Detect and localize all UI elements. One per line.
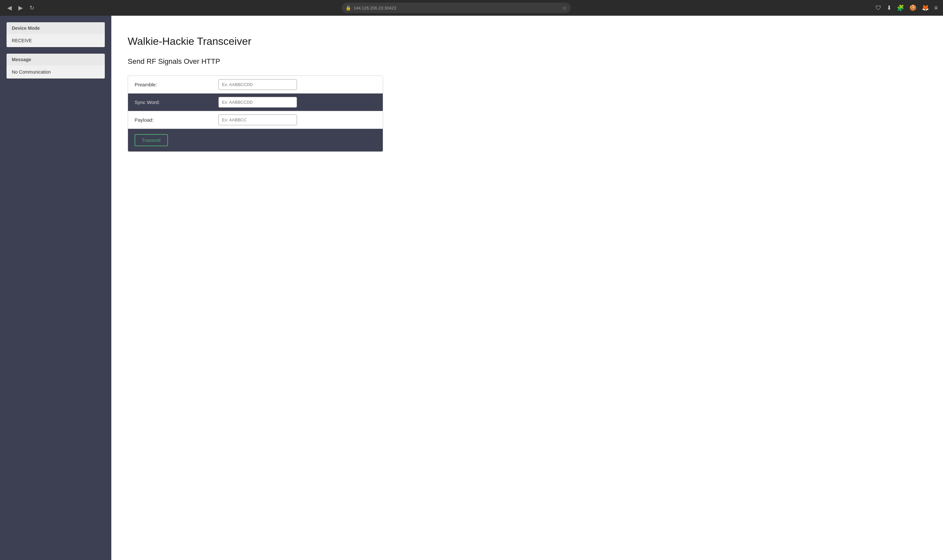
extension1-icon[interactable]: 🧩 <box>897 4 904 11</box>
preamble-input[interactable] <box>218 79 297 90</box>
message-section: Message No Communication <box>6 54 105 78</box>
sidebar: Device Mode RECEIVE Message No Communica… <box>0 16 111 560</box>
browser-chrome: ◀ ▶ ↻ 🔒 144.126.206.23:30423 ☆ 🛡 ⬇ 🧩 🍪 🦊… <box>0 0 943 16</box>
preamble-input-cell <box>213 76 383 93</box>
payload-row: Payload: <box>128 111 383 129</box>
payload-input-cell <box>213 111 383 129</box>
sync-word-input-cell <box>213 94 383 111</box>
lock-icon: 🔒 <box>346 5 351 11</box>
device-mode-section: Device Mode RECEIVE <box>6 22 105 47</box>
device-mode-label: Device Mode <box>6 22 105 34</box>
device-mode-value: RECEIVE <box>6 34 105 47</box>
message-value: No Communication <box>6 65 105 78</box>
page-subtitle: Send RF Signals Over HTTP <box>128 57 927 66</box>
message-label: Message <box>6 54 105 65</box>
address-text: 144.126.206.23:30423 <box>353 6 560 11</box>
forward-button[interactable]: ▶ <box>16 3 25 13</box>
transmit-form: Preamble: Sync Word: Payload: <box>128 75 383 152</box>
sync-word-row: Sync Word: <box>128 94 383 111</box>
sync-word-input[interactable] <box>218 97 297 108</box>
menu-icon[interactable]: ≡ <box>934 5 938 11</box>
main-content: Walkie-Hackie Transceiver Send RF Signal… <box>111 16 943 560</box>
transmit-row: Transmit <box>128 129 383 151</box>
address-bar[interactable]: 🔒 144.126.206.23:30423 ☆ <box>341 3 571 13</box>
extension2-icon[interactable]: 🍪 <box>909 4 917 11</box>
toolbar-icons: 🛡 ⬇ 🧩 🍪 🦊 ≡ <box>875 4 938 11</box>
payload-label: Payload: <box>128 112 213 128</box>
shield-icon[interactable]: 🛡 <box>875 5 881 11</box>
refresh-button[interactable]: ↻ <box>28 3 36 13</box>
preamble-label: Preamble: <box>128 77 213 92</box>
preamble-row: Preamble: <box>128 76 383 94</box>
payload-input[interactable] <box>218 114 297 125</box>
nav-buttons: ◀ ▶ ↻ <box>5 3 36 13</box>
sync-word-label: Sync Word: <box>128 94 213 110</box>
page-title: Walkie-Hackie Transceiver <box>128 35 927 48</box>
bookmark-button[interactable]: ☆ <box>562 5 567 11</box>
page-content: Device Mode RECEIVE Message No Communica… <box>0 16 943 560</box>
download-icon[interactable]: ⬇ <box>887 4 892 11</box>
back-button[interactable]: ◀ <box>5 3 14 13</box>
transmit-button[interactable]: Transmit <box>134 134 168 146</box>
extension3-icon[interactable]: 🦊 <box>922 4 929 11</box>
